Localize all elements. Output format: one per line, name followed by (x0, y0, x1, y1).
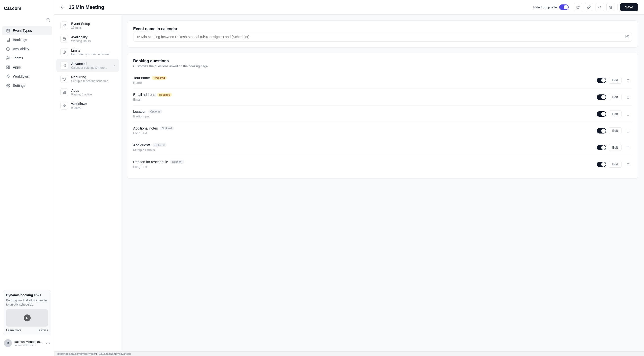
play-button[interactable]: ▶ (24, 314, 31, 321)
side-nav-availability[interactable]: Availability Working Hours (56, 32, 119, 45)
hide-from-profile-label: Hide from profile (533, 6, 557, 9)
recurring-nav-icon (60, 75, 68, 83)
question-badge: Required (152, 76, 167, 80)
sidebar-label-workflows: Workflows (13, 74, 29, 78)
main-area: 15 Min Meeting Hide from profile Save (54, 0, 644, 356)
question-name-reschedule: Reason for reschedule (133, 160, 168, 164)
question-toggle-reschedule[interactable] (597, 162, 606, 167)
recurring-nav-sub: Set up a repeating schedule (71, 79, 115, 83)
question-name-row: Your name Required (133, 76, 597, 80)
promo-description: Booking link that allows people to quick… (6, 298, 48, 307)
edit-question-guests[interactable]: Edit (609, 144, 622, 151)
user-more-button[interactable]: ⋯ (46, 340, 50, 346)
save-button[interactable]: Save (620, 3, 638, 11)
event-side-nav: Event Setup 15 mins Availability Working… (54, 15, 121, 351)
settings-icon (6, 83, 10, 88)
external-link-button[interactable] (574, 3, 582, 11)
question-type-email: Email (133, 98, 597, 101)
delete-question-email[interactable] (624, 93, 632, 101)
workflows-nav-title: Workflows (71, 102, 115, 106)
delete-question-guests[interactable] (624, 144, 632, 152)
sidebar-item-apps[interactable]: Apps (2, 63, 52, 72)
question-info-email: Email address Required Email (133, 93, 597, 101)
statusbar: https://app.cal.com/event-types/170393?t… (54, 351, 644, 356)
delete-question-notes[interactable] (624, 127, 632, 135)
question-row-email: Email address Required Email Edit (133, 89, 632, 106)
side-nav-recurring[interactable]: Recurring Set up a repeating schedule (56, 73, 119, 85)
user-row[interactable]: R Rakesh Mondal (u... cal.com/rakeshm...… (3, 337, 51, 349)
sidebar-item-availability[interactable]: Availability (2, 45, 52, 53)
svg-line-10 (578, 6, 579, 8)
svg-marker-26 (63, 104, 66, 107)
edit-question-notes[interactable]: Edit (609, 127, 622, 134)
edit-icon[interactable] (625, 35, 629, 39)
delete-button[interactable] (606, 3, 615, 11)
event-setup-icon (60, 22, 68, 30)
svg-rect-23 (64, 91, 66, 92)
topbar-divider-2 (617, 4, 618, 10)
limits-nav-icon (60, 48, 68, 56)
svg-point-9 (8, 85, 9, 86)
side-nav-advanced[interactable]: Advanced Calendar settings & more... › (56, 59, 119, 72)
svg-rect-5 (8, 66, 10, 67)
svg-rect-1 (7, 30, 10, 32)
question-row-reschedule: Reason for reschedule Optional Long Text… (133, 156, 632, 173)
sidebar-item-teams[interactable]: Teams (2, 54, 52, 63)
calendar-name-input-row (133, 32, 632, 42)
availability-nav-sub: Working Hours (71, 39, 115, 43)
side-nav-limits[interactable]: Limits How often you can be booked (56, 46, 119, 59)
question-info-your-name: Your name Required Name (133, 76, 597, 85)
advanced-nav-arrow: › (114, 64, 115, 68)
dismiss-button[interactable]: Dismiss (38, 328, 48, 332)
side-nav-workflows[interactable]: Workflows 0 active (56, 99, 119, 112)
svg-rect-25 (63, 93, 64, 94)
question-actions-email: Edit (597, 93, 632, 101)
calendar-name-input[interactable] (133, 32, 632, 42)
sidebar-label-bookings: Bookings (13, 38, 27, 42)
avatar: R (4, 339, 12, 347)
promo-title: Dynamic booking links (6, 293, 48, 297)
side-nav-apps[interactable]: Apps 0 apps, 0 active (56, 86, 119, 99)
edit-question-reschedule[interactable]: Edit (609, 161, 622, 168)
hide-from-profile-toggle[interactable] (559, 5, 569, 10)
question-toggle-your-name[interactable] (597, 78, 606, 83)
question-toggle-guests[interactable] (597, 145, 606, 150)
sidebar-label-apps: Apps (13, 65, 21, 69)
sidebar-item-bookings[interactable]: Bookings (2, 35, 52, 44)
delete-question-location[interactable] (624, 110, 632, 118)
question-actions-guests: Edit (597, 144, 632, 152)
event-setup-sub: 15 mins (71, 26, 115, 30)
question-row-location: Location Optional Radio Input Edit (133, 106, 632, 122)
question-row-notes: Additional notes Optional Long Text Edit (133, 122, 632, 139)
question-badge-guests: Optional (152, 143, 166, 147)
question-toggle-location[interactable] (597, 111, 606, 117)
edit-question-your-name[interactable]: Edit (609, 77, 622, 84)
booking-questions-title: Booking questions (133, 59, 632, 63)
delete-question-your-name[interactable] (624, 76, 632, 84)
edit-question-email[interactable]: Edit (609, 94, 622, 100)
learn-more-button[interactable]: Learn more (6, 328, 21, 332)
question-actions-location: Edit (597, 110, 632, 118)
search-button[interactable] (2, 16, 52, 24)
side-nav-event-setup[interactable]: Event Setup 15 mins (56, 19, 119, 32)
page-title: 15 Min Meeting (69, 5, 529, 10)
svg-rect-6 (8, 68, 10, 69)
statusbar-url: https://app.cal.com/event-types/170393?t… (57, 352, 131, 355)
link-button[interactable] (585, 3, 593, 11)
question-info-reschedule: Reason for reschedule Optional Long Text (133, 160, 597, 169)
edit-question-location[interactable]: Edit (609, 111, 622, 117)
sidebar-item-event-types[interactable]: Event Types (2, 26, 52, 35)
question-toggle-notes[interactable] (597, 128, 606, 134)
back-button[interactable] (60, 5, 65, 10)
svg-rect-24 (64, 93, 66, 94)
user-url: cal.com/rakeshm... (14, 344, 44, 346)
question-info-guests: Add guests Optional Multiple Emails (133, 143, 597, 152)
question-type-notes: Long Text (133, 131, 597, 135)
question-name-notes: Additional notes (133, 126, 158, 130)
question-toggle-email[interactable] (597, 94, 606, 100)
question-name-row-notes: Additional notes Optional (133, 126, 597, 130)
sidebar-item-settings[interactable]: Settings (2, 81, 52, 90)
delete-question-reschedule[interactable] (624, 160, 632, 168)
code-button[interactable] (596, 3, 604, 11)
sidebar-item-workflows[interactable]: Workflows (2, 72, 52, 81)
